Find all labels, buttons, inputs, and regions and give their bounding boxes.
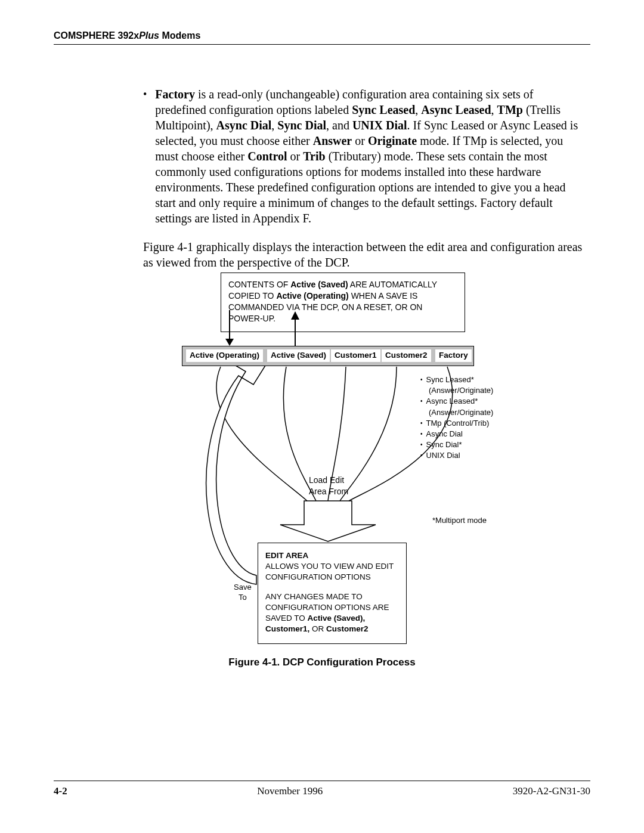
word-factory: Factory [155,88,195,101]
factory-bullet-paragraph: Factory is a read-only (unchangeable) co… [155,86,584,226]
bullet-icon: • [143,86,147,226]
header-prefix: COMSPHERE 392x [54,30,139,41]
body-text: • Factory is a read-only (unchangeable) … [143,86,584,270]
edit-area-title: EDIT AREA [265,551,308,560]
area-active-saved: Active (Saved) [267,349,330,362]
footer-docnum: 3920-A2-GN31-30 [513,785,590,797]
footer-page: 4-2 [54,785,67,797]
area-customer1: Customer1 [331,349,380,362]
edit-area-box: EDIT AREA ALLOWS YOU TO VIEW AND EDIT CO… [258,543,407,644]
footer-date: November 1996 [257,785,323,797]
page-footer: 4-2 November 1996 3920-A2-GN31-30 [54,781,590,797]
page-header: COMSPHERE 392xPlus Modems [54,30,590,45]
area-active-operating: Active (Operating) [186,349,263,362]
save-to-label: Save To [234,583,252,603]
header-italic: Plus [139,30,159,41]
multiport-note: *Multiport mode [432,516,487,525]
header-suffix: Modems [159,30,200,41]
intro-paragraph: Figure 4-1 graphically displays the inte… [143,239,584,270]
area-customer2: Customer2 [382,349,431,362]
factory-option-list: •Sync Leased* (Answer/Originate) •Async … [420,374,493,462]
area-factory: Factory [435,349,472,362]
figure-4-1: CONTENTS OF Active (Saved) ARE AUTOMATIC… [191,268,519,674]
figure-caption: Figure 4-1. DCP Configuration Process [54,656,590,668]
top-info-box: CONTENTS OF Active (Saved) ARE AUTOMATIC… [221,272,465,332]
svg-marker-1 [225,339,234,346]
load-edit-label: Load Edit Area From [309,475,348,497]
